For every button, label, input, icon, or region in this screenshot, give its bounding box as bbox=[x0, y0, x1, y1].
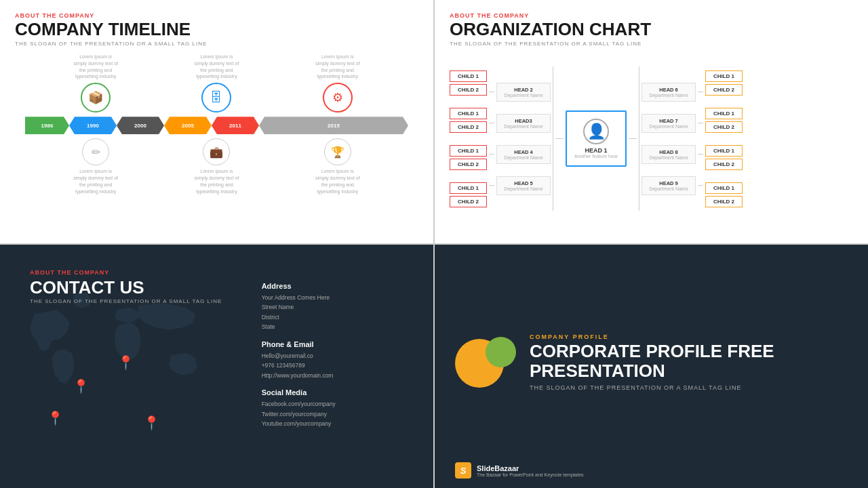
head-5-dept: Department Name bbox=[501, 186, 546, 191]
slidebazaar-area: S SlideBazaar The Bazaar for PowerPoint … bbox=[455, 462, 584, 479]
org-center-box: 👤 HEAD 1 Another feature hear bbox=[566, 110, 627, 167]
tl-icon-6: 🏆 bbox=[324, 138, 351, 165]
corp-green-circle bbox=[486, 337, 516, 367]
org-child-3-2: CHILD 2 bbox=[450, 159, 487, 170]
sb-tagline: The Bazaar for PowerPoint and Keynote te… bbox=[477, 472, 584, 477]
head-8-dept: Department Name bbox=[646, 155, 691, 160]
head-4-dept: Department Name bbox=[501, 155, 546, 160]
org-rchild-4-1: CHILD 1 bbox=[705, 182, 743, 194]
tl-text-1: Lorem Ipsum issimply dummy text ofthe pr… bbox=[73, 54, 118, 80]
corp-main-title: CORPORATE PROFILE FREE PRESENTATION bbox=[530, 342, 848, 380]
tl-year-1: 1986 bbox=[25, 117, 69, 134]
head-5-title: HEAD 5 bbox=[501, 180, 546, 186]
pin-green: 📍 bbox=[47, 410, 64, 426]
org-vline-left bbox=[553, 66, 553, 211]
org-rchild-3-1: CHILD 1 bbox=[705, 145, 743, 157]
org-vline-right bbox=[639, 66, 639, 211]
tl-year-6: 2015 bbox=[259, 117, 408, 134]
org-child-2-1: CHILD 1 bbox=[450, 108, 487, 119]
tl-text-5: Lorem Ipsum issimply dummy text ofthe pr… bbox=[195, 168, 239, 195]
timeline-about: ABOUT THE COMPANY bbox=[15, 12, 418, 19]
timeline-subtitle: THE SLOGAN OF THE PRESENTATION OR A SMAL… bbox=[15, 41, 418, 47]
head-9-dept: Department Name bbox=[646, 186, 691, 191]
org-right-children: CHILD 1 CHILD 2 CHILD 1 CHILD 2 CHILD 1 … bbox=[705, 70, 743, 207]
contact-panel: ABOUT THE COMPANY CONTACT US THE SLOGAN … bbox=[0, 245, 433, 488]
corp-text-area: COMPANY PROFILE CORPORATE PROFILE FREE P… bbox=[530, 333, 848, 390]
org-rchild-1-2: CHILD 2 bbox=[705, 84, 743, 96]
org-left-heads: HEAD 2 Department Name HEAD3 Department … bbox=[489, 83, 551, 195]
tl-text-4: Lorem Ipsum issimply dummy text ofthe pr… bbox=[73, 168, 118, 195]
phone-section: Phone & Email Hello@youremail.co+976 123… bbox=[262, 340, 420, 380]
phone-title: Phone & Email bbox=[262, 340, 420, 348]
org-hline-left bbox=[555, 138, 564, 139]
head-6-title: HEAD 6 bbox=[646, 87, 691, 93]
social-title: Social Media bbox=[262, 388, 420, 396]
corp-profile-label: COMPANY PROFILE bbox=[530, 333, 848, 340]
tl-text-3: Lorem Ipsum issimply dummy text ofthe pr… bbox=[315, 54, 360, 80]
org-rchild-1-1: CHILD 1 bbox=[705, 70, 743, 82]
head-2-dept: Department Name bbox=[501, 93, 546, 98]
head-7-dept: Department Name bbox=[646, 124, 691, 129]
org-title: ORGANIZATION CHART bbox=[450, 20, 853, 38]
org-child-2-2: CHILD 2 bbox=[450, 121, 487, 133]
org-child-4-2: CHILD 2 bbox=[450, 196, 487, 207]
org-panel: ABOUT THE COMPANY ORGANIZATION CHART THE… bbox=[435, 0, 868, 243]
org-about: ABOUT THE COMPANY bbox=[450, 12, 853, 19]
sb-brand-name: SlideBazaar bbox=[477, 464, 584, 472]
head-4-title: HEAD 4 bbox=[501, 149, 546, 155]
timeline-panel: ABOUT THE COMPANY COMPANY TIMELINE THE S… bbox=[0, 0, 433, 243]
tl-icon-5: 💼 bbox=[203, 138, 230, 165]
org-rchild-3-2: CHILD 2 bbox=[705, 159, 743, 170]
org-child-4-1: CHILD 1 bbox=[450, 182, 487, 194]
phone-text: Hello@youremail.co+976 123456789Http://w… bbox=[262, 351, 420, 380]
tl-text-6: Lorem Ipsum issimply dummy text ofthe pr… bbox=[315, 168, 360, 195]
contact-title: CONTACT US bbox=[30, 277, 403, 298]
org-child-1-1: CHILD 1 bbox=[450, 70, 487, 82]
head-3-dept: Department Name bbox=[501, 124, 546, 129]
org-center-sub: Another feature hear bbox=[574, 154, 618, 159]
head-3-title: HEAD3 bbox=[501, 118, 546, 124]
pin-red: 📍 bbox=[143, 415, 160, 431]
tl-icon-4: ✏ bbox=[82, 138, 109, 165]
org-subtitle: THE SLOGAN OF THE PRESENTATION OR A SMAL… bbox=[450, 41, 853, 47]
main-grid: ABOUT THE COMPANY COMPANY TIMELINE THE S… bbox=[0, 0, 868, 488]
social-text: Facebook.com/yourcompanyTwitter.com/your… bbox=[262, 399, 420, 428]
org-hline-right bbox=[629, 138, 637, 139]
tl-text-2: Lorem Ipsum issimply dummy text ofthe pr… bbox=[195, 54, 239, 80]
sb-icon: S bbox=[455, 462, 471, 479]
social-section: Social Media Facebook.com/yourcompanyTwi… bbox=[262, 388, 420, 428]
org-right-heads: HEAD 6 Department Name HEAD 7 Department… bbox=[642, 83, 703, 195]
org-child-1-2: CHILD 2 bbox=[450, 84, 487, 96]
timeline-bar: 1986 1990 2000 2005 2011 2015 bbox=[25, 117, 408, 134]
sb-text: SlideBazaar The Bazaar for PowerPoint an… bbox=[477, 464, 584, 477]
tl-icon-1: 📦 bbox=[81, 83, 111, 113]
org-left-children: CHILD 1 CHILD 2 CHILD 1 CHILD 2 CHILD 1 … bbox=[450, 70, 487, 207]
corporate-panel: COMPANY PROFILE CORPORATE PROFILE FREE P… bbox=[435, 245, 868, 488]
org-avatar: 👤 bbox=[583, 119, 609, 144]
corp-icon bbox=[455, 337, 516, 388]
contact-about: ABOUT THE COMPANY bbox=[30, 269, 403, 276]
pin-blue-2: 📍 bbox=[117, 354, 134, 371]
tl-icon-3: ⚙ bbox=[323, 83, 353, 113]
org-rchild-4-2: CHILD 2 bbox=[705, 196, 743, 207]
org-rchild-2-2: CHILD 2 bbox=[705, 121, 743, 133]
tl-year-3: 2000 bbox=[117, 117, 164, 134]
corp-logo-area: COMPANY PROFILE CORPORATE PROFILE FREE P… bbox=[455, 333, 848, 390]
head-8-title: HEAD 8 bbox=[646, 149, 691, 155]
org-child-3-1: CHILD 1 bbox=[450, 145, 487, 157]
contact-subtitle: THE SLOGAN OF THE PRESENTATION OR A SMAL… bbox=[30, 298, 403, 304]
head-6-dept: Department Name bbox=[646, 93, 691, 98]
org-center-title: HEAD 1 bbox=[585, 147, 607, 154]
corp-subtitle: THE SLOGAN OF THE PRESENTATION OR A SMAL… bbox=[530, 384, 848, 391]
timeline-title: COMPANY TIMELINE bbox=[15, 20, 418, 38]
tl-year-2: 1990 bbox=[69, 117, 117, 134]
org-rchild-2-1: CHILD 1 bbox=[705, 108, 743, 119]
tl-year-5: 2011 bbox=[212, 117, 259, 134]
head-2-title: HEAD 2 bbox=[501, 87, 546, 93]
head-9-title: HEAD 9 bbox=[646, 180, 691, 186]
pin-blue-1: 📍 bbox=[73, 378, 90, 394]
tl-year-4: 2005 bbox=[164, 117, 212, 134]
head-7-title: HEAD 7 bbox=[646, 118, 691, 124]
tl-icon-2: 🗄 bbox=[201, 83, 231, 113]
